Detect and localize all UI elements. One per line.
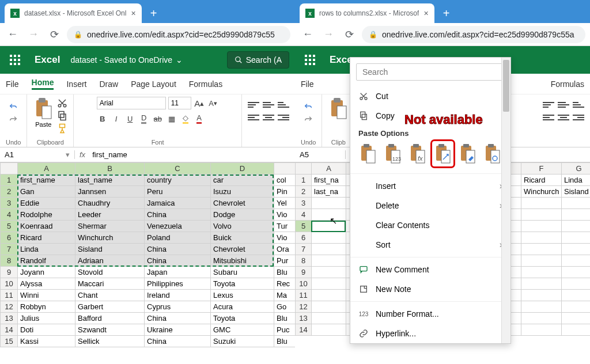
row-header-5[interactable]: 5 — [1, 221, 18, 232]
cell[interactable] — [562, 313, 591, 324]
cell[interactable] — [521, 301, 562, 313]
row-6[interactable]: 6RicardWinchurchPolandBuickVio — [1, 232, 296, 244]
cell[interactable]: Japan — [145, 267, 211, 278]
cell[interactable]: China — [145, 313, 211, 324]
cell[interactable] — [312, 267, 346, 278]
cell[interactable] — [562, 324, 591, 336]
cell[interactable]: last_na — [312, 186, 346, 198]
forward-button[interactable]: → — [320, 28, 336, 40]
row-14[interactable]: 14DotiSzwandtUkraineGMCPuc — [1, 324, 296, 336]
cell[interactable]: Dodge — [211, 209, 274, 221]
cell[interactable]: Vio — [274, 209, 296, 221]
font-family-select[interactable] — [97, 97, 166, 109]
paste-option-formulas[interactable]: fx — [409, 142, 428, 165]
format-painter-icon[interactable] — [57, 123, 67, 134]
row-header-11[interactable]: 11 — [296, 290, 312, 301]
cell[interactable]: Garbert — [75, 301, 145, 313]
font-size-select[interactable] — [168, 97, 191, 109]
cell[interactable]: Chevrolet — [211, 198, 274, 209]
reload-button[interactable]: ⟳ — [46, 28, 62, 41]
back-button[interactable]: ← — [300, 28, 316, 40]
row-header-9[interactable]: 9 — [1, 267, 18, 278]
row-header-12[interactable]: 12 — [296, 301, 312, 313]
row-header-1[interactable]: 1 — [296, 175, 312, 186]
row-3[interactable]: 3EddieChaudhryJamaicaChevroletYel — [1, 198, 296, 209]
cell[interactable]: Peru — [145, 186, 211, 198]
borders-button[interactable]: ▦ — [166, 113, 177, 124]
app-launcher-icon[interactable] — [6, 51, 24, 69]
align-bottom-button[interactable] — [278, 100, 289, 109]
ctx-cut[interactable]: Cut — [350, 86, 510, 106]
cell[interactable] — [521, 313, 562, 324]
cell[interactable]: Rodolphe — [18, 209, 75, 221]
cell[interactable]: country — [145, 175, 211, 186]
cell[interactable] — [312, 244, 346, 255]
row-header-4[interactable]: 4 — [296, 209, 312, 221]
cell[interactable]: Sisland — [75, 244, 145, 255]
cell[interactable]: Adriaan — [75, 255, 145, 267]
cell[interactable]: Randolf — [18, 255, 75, 267]
cell[interactable] — [521, 324, 562, 336]
ctx-hyperlink[interactable]: Hyperlink... — [350, 324, 510, 343]
cell[interactable] — [562, 255, 591, 267]
row-header-8[interactable]: 8 — [296, 255, 312, 267]
paste-option-transpose[interactable] — [433, 142, 452, 165]
cell[interactable]: Ireland — [145, 290, 211, 301]
cell[interactable]: Kassi — [18, 336, 75, 347]
row-9[interactable]: 9JoyannStovoldJapanSubaruBlu — [1, 267, 296, 278]
increase-font-button[interactable]: A▴ — [194, 97, 205, 109]
row-1[interactable]: 1first_namelast_namecountrycarcol — [1, 175, 296, 186]
cell[interactable]: Gan — [18, 186, 75, 198]
cell[interactable]: Blu — [274, 267, 296, 278]
paste-button[interactable]: Paste — [33, 97, 54, 128]
align-center-button[interactable] — [558, 113, 569, 122]
row-5[interactable]: 5KoenraadShermarVenezuelaVolvoTur — [1, 221, 296, 232]
ribbon-tab-page-layout[interactable]: Page Layout — [131, 79, 176, 89]
column-header-overflow[interactable] — [274, 163, 296, 175]
cell[interactable]: Tur — [274, 221, 296, 232]
cell[interactable]: China — [145, 255, 211, 267]
row-header-2[interactable]: 2 — [296, 186, 312, 198]
grid-table[interactable]: ABCD1first_namelast_namecountrycarcol2Ga… — [0, 162, 295, 347]
ribbon-tab-formulas[interactable]: Formulas — [551, 79, 584, 89]
search-button[interactable]: Search (A — [227, 51, 289, 69]
cell[interactable]: Go — [274, 301, 296, 313]
paste-option-link[interactable] — [483, 142, 502, 165]
align-top-button[interactable] — [543, 100, 554, 109]
cell[interactable]: Vio — [274, 232, 296, 244]
cell[interactable]: Volvo — [211, 221, 274, 232]
row-header-13[interactable]: 13 — [1, 313, 18, 324]
ribbon-tab-formulas[interactable]: Formulas — [189, 79, 222, 89]
row-7[interactable]: 7LindaSislandChinaChevroletOra — [1, 244, 296, 255]
cell[interactable]: Ukraine — [145, 324, 211, 336]
cell[interactable] — [521, 209, 562, 221]
cell[interactable]: Toyota — [211, 313, 274, 324]
row-header-9[interactable]: 9 — [296, 267, 312, 278]
row-15[interactable]: 15KassiSellickChinaSuzukiBlu — [1, 336, 296, 347]
ctx-clear-contents[interactable]: Clear Contents — [350, 215, 510, 235]
spreadsheet-grid[interactable]: ABCD1first_namelast_namecountrycarcol2Ga… — [0, 162, 295, 364]
align-left-button[interactable] — [543, 113, 554, 122]
ribbon-tab-draw[interactable]: Draw — [99, 79, 118, 89]
close-tab-icon[interactable]: × — [131, 9, 135, 18]
cell[interactable] — [521, 255, 562, 267]
cell[interactable]: Yel — [274, 198, 296, 209]
row-header-11[interactable]: 11 — [1, 290, 18, 301]
undo-icon[interactable] — [304, 103, 313, 112]
paste-option-formatting[interactable] — [458, 142, 477, 165]
row-header-4[interactable]: 4 — [1, 209, 18, 221]
cell[interactable] — [521, 267, 562, 278]
cell[interactable] — [562, 221, 591, 232]
cell[interactable]: Eddie — [18, 198, 75, 209]
cell[interactable]: Shermar — [75, 221, 145, 232]
ribbon-tab-home[interactable]: Home — [32, 78, 54, 90]
cell[interactable] — [562, 290, 591, 301]
align-left-button[interactable] — [248, 113, 259, 122]
cell[interactable]: Leeder — [75, 209, 145, 221]
cell[interactable]: Chant — [75, 290, 145, 301]
cell[interactable] — [562, 209, 591, 221]
cell[interactable]: Poland — [145, 232, 211, 244]
row-header-6[interactable]: 6 — [1, 232, 18, 244]
cell[interactable]: GMC — [211, 324, 274, 336]
fill-color-button[interactable]: ◇ — [180, 113, 191, 124]
